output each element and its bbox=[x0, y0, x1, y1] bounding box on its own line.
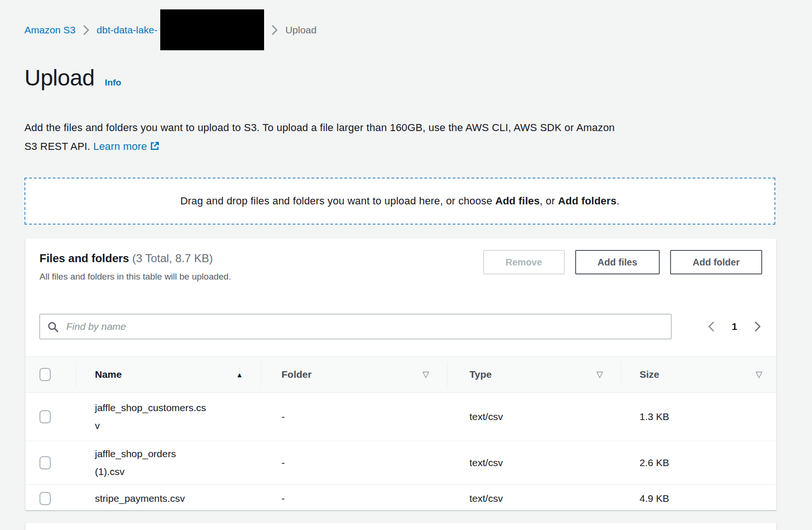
file-type: text/csv bbox=[447, 493, 621, 504]
sortable-icon: ▽ bbox=[422, 369, 429, 380]
file-size: 1.3 KB bbox=[621, 411, 776, 422]
page-title-row: Upload Info bbox=[24, 65, 121, 91]
description-line1: Add the files and folders you want to up… bbox=[24, 122, 615, 133]
column-header-folder[interactable]: Folder▽ bbox=[261, 357, 447, 392]
redacted-bucket-name bbox=[160, 9, 264, 50]
chevron-right-icon bbox=[272, 25, 278, 35]
learn-more-label: Learn more bbox=[93, 140, 147, 152]
panel-header: Files and folders (3 Total, 8.7 KB) All … bbox=[25, 239, 776, 282]
sort-ascending-icon: ▲ bbox=[236, 371, 243, 379]
row-checkbox[interactable] bbox=[39, 410, 51, 423]
remove-button[interactable]: Remove bbox=[483, 250, 565, 274]
file-type: text/csv bbox=[447, 457, 621, 468]
row-checkbox[interactable] bbox=[39, 456, 51, 469]
file-name: jaffle_shop_customers.csv bbox=[95, 399, 208, 435]
file-type: text/csv bbox=[447, 411, 621, 422]
s3-upload-page: Amazon S3 dbt-data-lake- Upload Upload I… bbox=[0, 0, 812, 530]
pagination: 1 bbox=[708, 314, 761, 339]
column-label: Type bbox=[469, 369, 492, 380]
column-label: Name bbox=[95, 369, 122, 380]
pagination-prev-button[interactable] bbox=[708, 321, 715, 332]
file-folder: - bbox=[261, 493, 447, 504]
pagination-next-button[interactable] bbox=[754, 321, 761, 332]
column-header-name[interactable]: Name▲ bbox=[76, 357, 261, 392]
panel-count: (3 Total, 8.7 KB) bbox=[132, 252, 213, 265]
search-input[interactable] bbox=[39, 314, 671, 339]
sortable-icon: ▽ bbox=[596, 369, 603, 380]
file-size: 4.9 KB bbox=[621, 493, 776, 504]
chevron-right-icon bbox=[754, 321, 761, 332]
breadcrumb: Amazon S3 dbt-data-lake- Upload bbox=[24, 9, 317, 50]
file-size: 2.6 KB bbox=[621, 457, 776, 468]
pagination-current-page[interactable]: 1 bbox=[732, 321, 737, 332]
chevron-left-icon bbox=[708, 321, 715, 332]
column-label: Folder bbox=[281, 369, 312, 380]
breadcrumb-current: Upload bbox=[285, 24, 317, 36]
learn-more-link[interactable]: Learn more bbox=[93, 140, 160, 152]
column-header-size[interactable]: Size▽ bbox=[621, 357, 776, 392]
drag-drop-zone[interactable]: Drag and drop files and folders you want… bbox=[24, 178, 775, 225]
file-folder: - bbox=[261, 457, 447, 468]
info-link[interactable]: Info bbox=[105, 78, 121, 88]
table-row: jaffle_shop_customers.csv - text/csv 1.3… bbox=[25, 393, 776, 441]
page-description: Add the files and folders you want to up… bbox=[24, 118, 615, 156]
add-files-button[interactable]: Add files bbox=[575, 250, 660, 274]
files-and-folders-panel: Files and folders (3 Total, 8.7 KB) All … bbox=[25, 239, 776, 510]
column-header-type[interactable]: Type▽ bbox=[447, 357, 621, 392]
column-label: Size bbox=[640, 369, 659, 380]
row-checkbox[interactable] bbox=[39, 492, 51, 505]
file-name: stripe_payments.csv bbox=[95, 490, 208, 507]
file-folder: - bbox=[261, 411, 447, 422]
sortable-icon: ▽ bbox=[756, 369, 762, 380]
breadcrumb-amazon-s3-link[interactable]: Amazon S3 bbox=[24, 24, 76, 36]
files-table: Name▲ Folder▽ Type▽ Size▽ jaffle_shop_cu… bbox=[25, 356, 776, 512]
add-folder-button[interactable]: Add folder bbox=[670, 250, 762, 274]
description-line2-prefix: S3 REST API. bbox=[24, 140, 93, 152]
next-panel-edge bbox=[25, 523, 776, 530]
table-row: jaffle_shop_orders (1).csv - text/csv 2.… bbox=[25, 441, 776, 484]
panel-toolbar: Remove Add files Add folder bbox=[483, 250, 762, 274]
chevron-right-icon bbox=[83, 25, 89, 35]
breadcrumb-bucket-link[interactable]: dbt-data-lake- bbox=[97, 24, 158, 36]
file-name: jaffle_shop_orders (1).csv bbox=[95, 445, 208, 481]
table-row: stripe_payments.csv - text/csv 4.9 KB bbox=[25, 484, 776, 512]
select-all-cell bbox=[25, 357, 76, 392]
search-row: 1 bbox=[39, 314, 762, 339]
table-header-row: Name▲ Folder▽ Type▽ Size▽ bbox=[25, 356, 776, 393]
select-all-checkbox[interactable] bbox=[39, 368, 51, 381]
dropzone-text: Drag and drop files and folders you want… bbox=[180, 195, 620, 207]
external-link-icon bbox=[150, 141, 160, 151]
page-title: Upload bbox=[24, 65, 94, 91]
